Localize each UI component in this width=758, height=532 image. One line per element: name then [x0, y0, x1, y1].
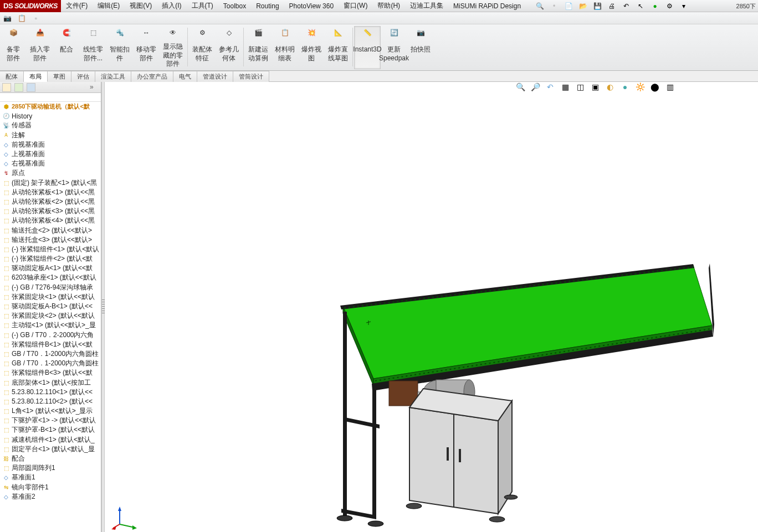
ribbon-button[interactable]: 🔩智能扣件	[106, 26, 133, 69]
tree-tab-2[interactable]	[14, 83, 23, 92]
ribbon-button[interactable]: 🎬新建运动算例	[245, 26, 272, 69]
command-tab[interactable]: 电气	[173, 71, 197, 82]
tree-item[interactable]: ⬚主动辊<1> (默认<<默认>_显	[0, 321, 101, 330]
qa-icon-1[interactable]: 📷	[2, 13, 12, 23]
tree-item[interactable]: ⬚GB / T70．1-2000内六角圆柱	[0, 349, 101, 359]
tree-item[interactable]: ⬚固定平台<1> (默认<默认_显	[0, 445, 101, 454]
command-tab[interactable]: 配体	[0, 71, 24, 82]
tree-item[interactable]: ⬚底部架体<1> (默认<按加工	[0, 378, 101, 387]
tree-item[interactable]: Ａ注解	[0, 131, 101, 140]
command-tab[interactable]: 管道设计	[197, 71, 233, 82]
menu-item[interactable]: Toolbox	[218, 0, 251, 12]
command-tab[interactable]: 草图	[48, 71, 71, 82]
select-icon[interactable]: ↖	[636, 1, 646, 11]
menu-item[interactable]: 文件(F)	[61, 0, 93, 12]
tree-item[interactable]: ↯原点	[0, 168, 101, 178]
ribbon-button[interactable]: 📏Instant3D	[354, 26, 381, 69]
render-icon[interactable]: ⬤	[650, 82, 660, 92]
qa-icon-2[interactable]: 📋	[17, 13, 27, 23]
menu-item[interactable]: 插入(I)	[157, 0, 186, 12]
tree-tab-1[interactable]	[2, 83, 11, 92]
qa-icon-3[interactable]: ▫	[31, 13, 41, 23]
menu-item[interactable]: 编辑(E)	[93, 0, 125, 12]
ribbon-button[interactable]: 🔄更新Speedpak	[381, 26, 407, 69]
ribbon-button[interactable]: ◇参考几何体	[216, 26, 242, 69]
tree-item[interactable]: ⬚从动轮张紧板<3> (默认<<黑	[0, 206, 101, 216]
tree-item[interactable]: ⬚下驱护罩-B<1> (默认<<默认	[0, 425, 101, 435]
tree-item[interactable]: ◇基准面1	[0, 473, 101, 482]
ribbon-button[interactable]: ↔移动零部件	[133, 26, 160, 69]
ribbon-button[interactable]: ⚙装配体特征	[189, 26, 216, 69]
tree-item[interactable]: ⬚驱动固定板A-B<1> (默认<<	[0, 302, 101, 311]
zoom-area-icon[interactable]: 🔎	[530, 82, 540, 92]
search-icon[interactable]: 🔍	[535, 1, 545, 11]
viewport-3d[interactable]: 🔍 🔎 ↶ ▦ ◫ ▣ ◐ ● 🔆 ⬤ ▥	[105, 82, 758, 532]
tree-item[interactable]: ⬚减速机组件<1> (默认<默认_	[0, 435, 101, 445]
tree-item[interactable]: ⛓配合	[0, 454, 101, 463]
tree-item[interactable]: ⬚驱动固定板A<1> (默认<<默	[0, 264, 101, 273]
options-icon[interactable]: ⚙	[664, 1, 674, 11]
tree-item[interactable]: ⬚局部圆周阵列1	[0, 463, 101, 473]
save-icon[interactable]: 💾	[592, 1, 602, 11]
tree-item[interactable]: ⬚GB / T70．1-2000内六角圆柱	[0, 359, 101, 368]
tree-item[interactable]: ⬚输送托盒<2> (默认<<默认>	[0, 225, 101, 235]
tree-root[interactable]: ⬢2850下驱动输送机（默认<默	[0, 102, 101, 111]
command-tab[interactable]: 渲染工具	[95, 71, 131, 82]
command-tab[interactable]: 办公室产品	[131, 71, 173, 82]
dropdown-icon[interactable]: ▾	[679, 1, 689, 11]
appear-icon[interactable]: ●	[620, 82, 630, 92]
tree-item[interactable]: ⬚L角<1> (默认<<默认>_显示	[0, 406, 101, 416]
ribbon-button[interactable]: 💥爆炸视图	[298, 26, 325, 69]
tree-item[interactable]: ⬚(固定) 架子装配<1> (默认<黑	[0, 178, 101, 188]
tree-item[interactable]: ⬚5.23.80.12.110<1> (默认<<	[0, 388, 101, 397]
view-settings-icon[interactable]: ▥	[665, 82, 675, 92]
tree-expand-icon[interactable]: »	[90, 83, 99, 92]
ribbon-button[interactable]: ⬚线性零部件...	[80, 26, 106, 69]
ribbon-button[interactable]: 📷拍快照	[407, 26, 434, 69]
command-tab[interactable]: 管筒设计	[233, 71, 269, 82]
undo-icon[interactable]: ↶	[621, 1, 631, 11]
tree-item[interactable]: ⬚(-) GB / T70．2-2000内六角	[0, 330, 101, 340]
ribbon-button[interactable]: 📥插入零部件	[27, 26, 53, 69]
tree-item[interactable]: ⬚5.23.80.12.110<2> (默认<<	[0, 397, 101, 406]
tree-item[interactable]: ⬚(-) 张紧辊组件<2> (默认<默	[0, 254, 101, 264]
tree-item[interactable]: ⬚6203轴承座<1> (默认<<默认	[0, 273, 101, 282]
tree-item[interactable]: ⬚张紧固定块<1> (默认<<默认	[0, 292, 101, 302]
command-tab[interactable]: 评估	[71, 71, 95, 82]
feature-tree[interactable]: ⬢2850下驱动输送机（默认<默🕘History📡传感器Ａ注解◇前视基准面◇上视…	[0, 102, 101, 532]
tree-item[interactable]: ⬚张紧固定块<2> (默认<<默认	[0, 311, 101, 321]
tree-item[interactable]: ⬚从动轮张紧板<2> (默认<<黑	[0, 197, 101, 206]
tree-filter[interactable]	[0, 93, 101, 102]
print-icon[interactable]: 🖨	[607, 1, 617, 11]
view-orient-icon[interactable]: ◫	[575, 82, 585, 92]
tree-item[interactable]: ⬚(-) 张紧辊组件<1> (默认<默认	[0, 245, 101, 254]
menu-item[interactable]: Routing	[251, 0, 284, 12]
menu-item[interactable]: 帮助(H)	[372, 0, 405, 12]
menu-item[interactable]: MiSUMi RAPiD Design	[448, 0, 526, 12]
prev-view-icon[interactable]: ↶	[545, 82, 555, 92]
hide-show-icon[interactable]: ◐	[605, 82, 615, 92]
scene-icon[interactable]: 🔆	[635, 82, 645, 92]
tree-item[interactable]: ⬚从动轮张紧板<4> (默认<<黑	[0, 216, 101, 225]
rebuild-icon[interactable]: ●	[650, 1, 660, 11]
tree-tab-3[interactable]	[27, 83, 35, 92]
tree-item[interactable]: ⬚张紧辊组件B<1> (默认<<默	[0, 340, 101, 349]
tree-item[interactable]: ◇上视基准面	[0, 149, 101, 159]
ribbon-button[interactable]: 🧲配合	[53, 26, 80, 69]
display-style-icon[interactable]: ▣	[590, 82, 600, 92]
tree-item[interactable]: ⬚输送托盒<3> (默认<<默认>	[0, 235, 101, 245]
ribbon-button[interactable]: 📐爆炸直线草图	[325, 26, 351, 69]
tree-item[interactable]: ◇右视基准面	[0, 159, 101, 168]
section-icon[interactable]: ▦	[560, 82, 570, 92]
tree-item[interactable]: ⬚张紧辊组件B<3> (默认<<默	[0, 368, 101, 378]
ribbon-button[interactable]: 📦备零部件	[0, 26, 27, 69]
menu-item[interactable]: 视图(V)	[125, 0, 157, 12]
tree-item[interactable]: 📡传感器	[0, 121, 101, 130]
menu-item[interactable]: 工具(T)	[187, 0, 218, 12]
tree-item[interactable]: ◇基准面2	[0, 492, 101, 502]
ribbon-button[interactable]: 👁显示隐藏的零部件	[160, 26, 186, 69]
ribbon-button[interactable]: 📋材料明细表	[272, 26, 298, 69]
new-icon[interactable]: 📄	[564, 1, 573, 11]
tree-item[interactable]: ⬚(-) GB / T276-94深沟球轴承	[0, 283, 101, 292]
menu-item[interactable]: PhotoView 360	[284, 0, 339, 12]
